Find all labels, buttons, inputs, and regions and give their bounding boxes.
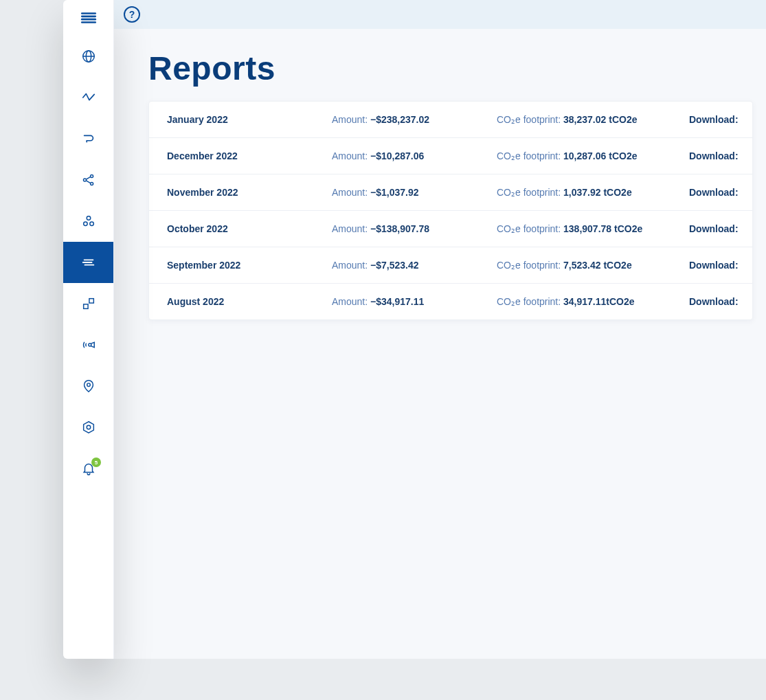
footprint-value: 1,037.92 tCO2e [563, 187, 632, 198]
download-link[interactable]: Download: [689, 296, 739, 307]
notification-badge: 5 [91, 458, 101, 467]
report-amount-cell: Amount: −$1,037.92 [332, 187, 497, 198]
amount-value: −$10,287.06 [370, 150, 424, 161]
svg-point-7 [83, 179, 86, 181]
amount-value: −$34,917.11 [370, 296, 424, 307]
amount-value: −$7,523.42 [370, 260, 418, 271]
report-amount-cell: Amount: −$7,523.42 [332, 260, 497, 271]
sidebar-item-clusters[interactable] [63, 201, 113, 242]
sidebar-item-path[interactable] [63, 118, 113, 159]
report-footprint-cell: CO₂e footprint: 38,237.02 tCO2e [497, 114, 689, 125]
download-link[interactable]: Download: [689, 223, 739, 234]
amount-value: −$1,037.92 [370, 187, 418, 198]
sidebar-item-reports[interactable] [63, 242, 113, 283]
svg-rect-19 [89, 299, 93, 303]
download-link[interactable]: Download: [689, 150, 739, 161]
path-icon [81, 131, 96, 146]
sidebar-item-activity[interactable] [63, 77, 113, 118]
footprint-value: 7,523.42 tCO2e [563, 260, 632, 271]
footprint-value: 10,287.06 tCO2e [563, 150, 637, 161]
report-row: August 2022Amount: −$34,917.11CO₂e footp… [149, 283, 752, 319]
svg-line-11 [86, 181, 90, 183]
amount-value: −$138,907.78 [370, 223, 429, 234]
report-row: September 2022Amount: −$7,523.42CO₂e foo… [149, 247, 752, 283]
report-period: September 2022 [167, 260, 332, 271]
amount-label: Amount: [332, 114, 370, 125]
footprint-label: CO₂e footprint: [497, 150, 563, 161]
svg-line-10 [86, 177, 90, 179]
sidebar-item-location[interactable] [63, 365, 113, 407]
footprint-value: 138,907.78 tCO2e [563, 223, 642, 234]
menu-icon [80, 9, 98, 27]
footprint-label: CO₂e footprint: [497, 223, 563, 234]
sidebar-item-modules[interactable] [63, 283, 113, 324]
download-link[interactable]: Download: [689, 114, 739, 125]
reports-card: January 2022Amount: −$238,237.02CO₂e foo… [148, 101, 753, 320]
sidebar: 5 [63, 0, 114, 659]
report-row: January 2022Amount: −$238,237.02CO₂e foo… [149, 102, 752, 137]
svg-point-14 [89, 222, 93, 226]
sidebar-item-alerts[interactable]: 5 [63, 448, 113, 489]
report-row: October 2022Amount: −$138,907.78CO₂e foo… [149, 210, 752, 247]
report-period: August 2022 [167, 296, 332, 307]
report-amount-cell: Amount: −$238,237.02 [332, 114, 497, 125]
svg-point-8 [90, 174, 93, 177]
amount-label: Amount: [332, 223, 370, 234]
amount-label: Amount: [332, 296, 370, 307]
lines-icon [81, 255, 96, 270]
clusters-icon [81, 214, 96, 229]
globe-icon [81, 49, 96, 64]
download-link[interactable]: Download: [689, 187, 739, 198]
amount-label: Amount: [332, 260, 370, 271]
help-button[interactable]: ? [124, 6, 140, 23]
report-period: December 2022 [167, 150, 332, 161]
report-row: December 2022Amount: −$10,287.06CO₂e foo… [149, 137, 752, 174]
report-footprint-cell: CO₂e footprint: 1,037.92 tCO2e [497, 187, 689, 198]
sidebar-item-settings[interactable] [63, 407, 113, 448]
svg-rect-18 [83, 304, 87, 308]
sidebar-item-network[interactable] [63, 159, 113, 201]
report-footprint-cell: CO₂e footprint: 138,907.78 tCO2e [497, 223, 689, 234]
report-amount-cell: Amount: −$34,917.11 [332, 296, 497, 307]
report-amount-cell: Amount: −$10,287.06 [332, 150, 497, 161]
report-period: January 2022 [167, 114, 332, 125]
share-icon [81, 172, 96, 188]
report-period: November 2022 [167, 187, 332, 198]
activity-icon [81, 90, 96, 105]
svg-marker-22 [83, 422, 93, 433]
svg-point-21 [87, 383, 90, 387]
report-row: November 2022Amount: −$1,037.92CO₂e foot… [149, 174, 752, 210]
report-amount-cell: Amount: −$138,907.78 [332, 223, 497, 234]
svg-point-23 [87, 425, 91, 429]
amount-value: −$238,237.02 [370, 114, 429, 125]
svg-point-12 [87, 216, 91, 221]
amount-label: Amount: [332, 187, 370, 198]
sidebar-item-broadcast[interactable] [63, 324, 113, 365]
help-icon: ? [129, 9, 135, 20]
report-footprint-cell: CO₂e footprint: 34,917.11tCO2e [497, 296, 689, 307]
page-title: Reports [148, 49, 766, 87]
footprint-value: 38,237.02 tCO2e [563, 114, 637, 125]
hex-icon [81, 420, 96, 435]
amount-label: Amount: [332, 150, 370, 161]
broadcast-icon [81, 337, 96, 352]
menu-toggle-button[interactable] [63, 0, 113, 36]
pin-icon [81, 379, 96, 394]
reports-table: January 2022Amount: −$238,237.02CO₂e foo… [149, 102, 752, 319]
sidebar-item-globe[interactable] [63, 36, 113, 77]
svg-point-13 [83, 222, 87, 226]
report-period: October 2022 [167, 223, 332, 234]
modules-icon [81, 296, 96, 311]
footprint-value: 34,917.11tCO2e [563, 296, 635, 307]
footprint-label: CO₂e footprint: [497, 296, 563, 307]
report-footprint-cell: CO₂e footprint: 10,287.06 tCO2e [497, 150, 689, 161]
download-link[interactable]: Download: [689, 260, 739, 271]
footprint-label: CO₂e footprint: [497, 114, 563, 125]
top-bar: ? [114, 0, 766, 29]
svg-point-9 [90, 182, 93, 185]
main-panel: ? Reports January 2022Amount: −$238,237.… [114, 0, 766, 659]
footprint-label: CO₂e footprint: [497, 260, 563, 271]
report-footprint-cell: CO₂e footprint: 7,523.42 tCO2e [497, 260, 689, 271]
footprint-label: CO₂e footprint: [497, 187, 563, 198]
